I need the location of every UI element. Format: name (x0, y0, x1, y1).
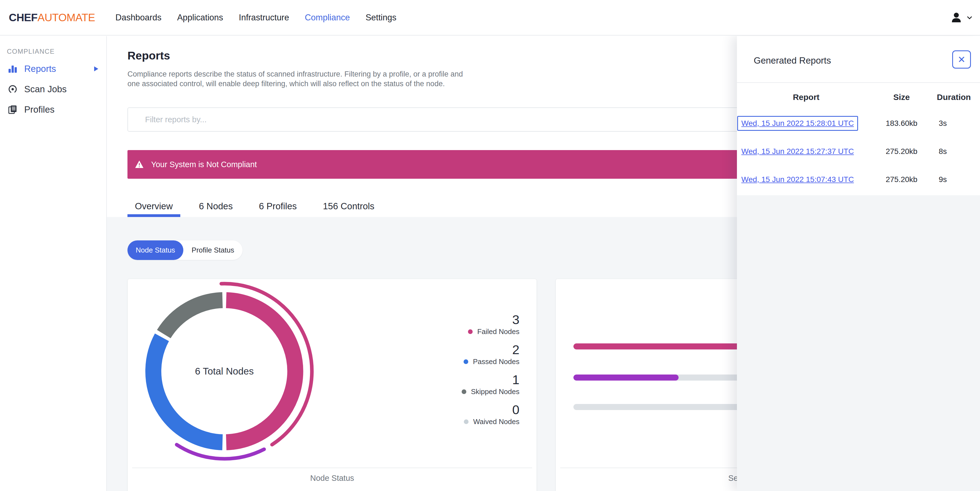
skipped-dot-icon (461, 389, 466, 394)
table-header-row: Report Size Duration (737, 85, 980, 109)
logo-chef: CHEF (9, 11, 37, 23)
sidebar-item-profiles[interactable]: Profiles (0, 99, 106, 120)
nav-infrastructure[interactable]: Infrastructure (239, 13, 289, 22)
legend-label: Failed Nodes (477, 327, 519, 336)
tab-controls[interactable]: 156 Controls (315, 196, 382, 217)
donut-skipped-segment (164, 300, 223, 334)
sidebar-item-reports[interactable]: Reports (0, 59, 106, 79)
warning-triangle-icon (135, 160, 144, 169)
report-link[interactable]: Wed, 15 Jun 2022 15:07:43 UTC (741, 175, 854, 184)
report-duration: 9s (928, 175, 980, 184)
nav-settings[interactable]: Settings (366, 13, 396, 22)
banner-message: Your System is Not Compliant (151, 160, 257, 169)
profiles-icon (8, 105, 18, 115)
failed-dot-icon (468, 329, 473, 334)
legend-label: Passed Nodes (473, 357, 519, 366)
toggle-node-status[interactable]: Node Status (127, 241, 183, 260)
waived-count: 0 (512, 403, 519, 416)
report-link[interactable]: Wed, 15 Jun 2022 15:27:37 UTC (741, 147, 854, 156)
table-row: Wed, 15 Jun 2022 15:27:37 UTC 275.20kb 8… (737, 137, 980, 166)
column-report: Report (737, 92, 875, 102)
tab-nodes[interactable]: 6 Nodes (192, 196, 240, 217)
node-status-caption: Node Status (132, 468, 532, 483)
column-duration: Duration (928, 92, 980, 102)
report-size: 275.20kb (875, 147, 928, 156)
node-status-donut-chart[interactable]: 6 Total Nodes (128, 275, 321, 468)
report-duration: 3s (928, 119, 980, 128)
sidebar-item-scan-jobs[interactable]: Scan Jobs (0, 79, 106, 99)
report-link[interactable]: Wed, 15 Jun 2022 15:28:01 UTC (741, 119, 854, 128)
table-row: Wed, 15 Jun 2022 15:28:01 UTC 183.60kb 3… (737, 109, 980, 137)
tab-profiles[interactable]: 6 Profiles (251, 196, 304, 217)
nav-applications[interactable]: Applications (177, 13, 223, 22)
passed-count: 2 (512, 343, 519, 356)
close-icon: ✕ (958, 54, 966, 65)
page-description: Compliance reports describe the status o… (127, 69, 469, 89)
report-size: 275.20kb (875, 175, 928, 184)
skipped-count: 1 (512, 373, 519, 386)
sidebar-item-label: Reports (24, 64, 56, 74)
table-row: Wed, 15 Jun 2022 15:07:43 UTC 275.20kb 9… (737, 166, 980, 194)
sidebar-item-label: Scan Jobs (24, 84, 67, 94)
waived-dot-icon (464, 419, 469, 424)
generated-reports-panel: Generated Reports ✕ Report Size Duration… (737, 36, 980, 491)
top-nav: Dashboards Applications Infrastructure C… (115, 13, 396, 22)
app-header: CHEFAUTOMATE Dashboards Applications Inf… (0, 0, 980, 35)
legend-item-skipped: 1 Skipped Nodes (461, 373, 519, 396)
column-size: Size (875, 92, 928, 102)
sidebar-item-label: Profiles (24, 104, 54, 115)
legend-item-failed: 3 Failed Nodes (468, 313, 519, 336)
node-status-card: 6 Total Nodes 3 Failed Nodes 2 (127, 279, 537, 491)
legend-label: Skipped Nodes (471, 387, 519, 396)
compliance-sidebar: COMPLIANCE Reports Scan Jobs (0, 36, 107, 491)
focused-report-ring: Wed, 15 Jun 2022 15:28:01 UTC (737, 116, 858, 131)
panel-title: Generated Reports (754, 55, 831, 66)
passed-dot-icon (464, 359, 468, 364)
sidebar-section-label: COMPLIANCE (7, 48, 106, 55)
chef-automate-logo[interactable]: CHEFAUTOMATE (9, 11, 95, 24)
node-status-legend: 3 Failed Nodes 2 Passed Nodes (461, 313, 519, 426)
donut-passed-segment (153, 337, 223, 442)
toggle-profile-status[interactable]: Profile Status (183, 241, 242, 260)
failed-count: 3 (512, 313, 519, 326)
report-size: 183.60kb (875, 119, 928, 128)
legend-item-passed: 2 Passed Nodes (464, 343, 519, 366)
expand-arrow-icon[interactable] (93, 65, 99, 72)
legend-item-waived: 0 Waived Nodes (464, 403, 519, 426)
nav-dashboards[interactable]: Dashboards (115, 13, 161, 22)
bar-chart-icon (8, 64, 18, 73)
close-panel-button[interactable]: ✕ (952, 50, 971, 69)
report-duration: 8s (928, 147, 980, 156)
logo-automate: AUTOMATE (37, 11, 95, 23)
generated-reports-table: Report Size Duration Wed, 15 Jun 2022 15… (737, 83, 980, 195)
chevron-down-icon[interactable] (966, 14, 973, 21)
scan-icon (8, 84, 18, 94)
nav-compliance[interactable]: Compliance (305, 13, 350, 22)
legend-label: Waived Nodes (473, 418, 519, 426)
tab-overview[interactable]: Overview (127, 196, 180, 217)
header-right (950, 11, 980, 24)
status-toggle: Node Status Profile Status (127, 241, 242, 260)
user-profile-icon[interactable] (950, 11, 963, 24)
donut-failed-segment (226, 300, 295, 442)
panel-header: Generated Reports ✕ (737, 36, 980, 83)
